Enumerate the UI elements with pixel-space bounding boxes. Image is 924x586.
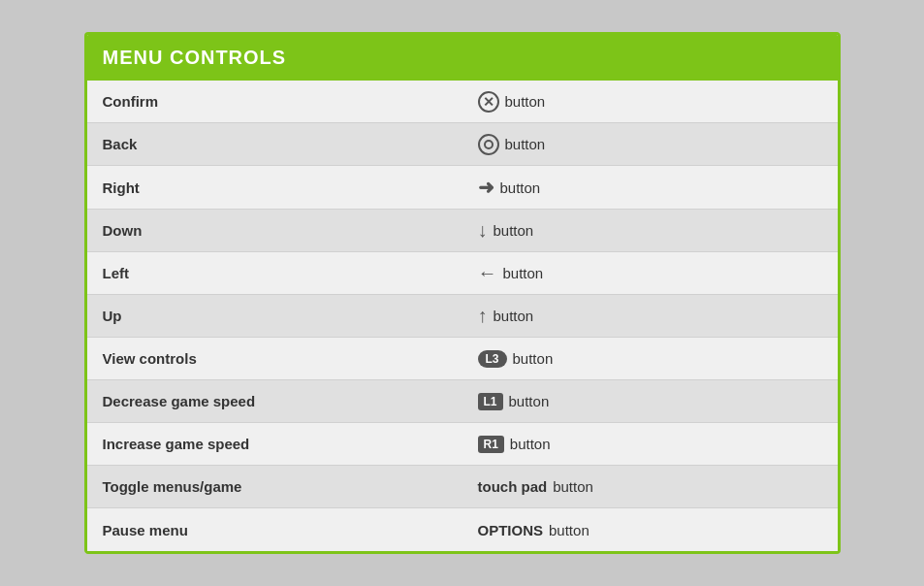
row-value: L1button: [462, 383, 838, 420]
button-text: button: [513, 350, 554, 367]
l3-badge: L3: [478, 350, 507, 368]
circle-icon: [478, 134, 499, 155]
row-value: button: [462, 124, 838, 165]
arrow-right-icon: ➜: [478, 176, 494, 199]
button-text: button: [510, 436, 551, 452]
button-text: button: [505, 136, 546, 152]
row-label: Right: [87, 170, 462, 206]
table-header: MENU CONTROLS: [87, 35, 838, 81]
cross-icon: ✕: [478, 91, 499, 113]
row-label: Decrease game speed: [87, 383, 462, 419]
table-row: Up↑button: [87, 295, 838, 338]
row-value: ↑button: [462, 295, 838, 337]
button-text: button: [549, 522, 589, 538]
button-text: button: [500, 179, 541, 196]
rows-container: Confirm✕buttonBack buttonRight➜buttonDow…: [87, 81, 838, 551]
button-text: button: [509, 393, 550, 409]
table-row: Decrease game speedL1button: [87, 380, 838, 423]
row-label: Increase game speed: [87, 426, 462, 462]
row-label: Pause menu: [87, 512, 462, 548]
row-value: touch padbutton: [462, 469, 838, 505]
row-value: ↓button: [462, 210, 838, 251]
button-text: button: [503, 265, 544, 281]
row-value: ➜button: [462, 166, 838, 209]
table-row: Confirm✕button: [87, 81, 838, 123]
arrow-down-icon: ↓: [478, 219, 488, 242]
button-text: button: [505, 93, 546, 110]
touch-pad-label: touch pad: [478, 478, 548, 495]
table-row: Right➜button: [87, 166, 838, 210]
table-row: Back button: [87, 123, 838, 166]
arrow-left-icon: ←: [478, 262, 497, 284]
row-value: R1button: [462, 426, 838, 463]
table-row: View controlsL3button: [87, 338, 838, 380]
button-text: button: [553, 478, 593, 495]
table-row: Pause menuOPTIONSbutton: [87, 508, 838, 551]
row-label: Confirm: [87, 83, 462, 119]
badge-square: L1: [478, 393, 503, 410]
arrow-up-icon: ↑: [478, 305, 488, 327]
table-row: Left←button: [87, 252, 838, 295]
table-row: Increase game speedR1button: [87, 423, 838, 466]
row-label: Back: [87, 126, 462, 162]
table-row: Toggle menus/gametouch padbutton: [87, 466, 838, 508]
row-label: Down: [87, 212, 462, 248]
row-label: Toggle menus/game: [87, 469, 462, 505]
row-label: View controls: [87, 341, 462, 376]
options-label: OPTIONS: [478, 522, 544, 538]
table-row: Down↓button: [87, 210, 838, 252]
row-label: Left: [87, 255, 462, 291]
badge-square: R1: [478, 436, 504, 453]
row-value: OPTIONSbutton: [462, 512, 838, 548]
button-text: button: [494, 222, 534, 239]
menu-controls-table: MENU CONTROLS Confirm✕buttonBack buttonR…: [84, 32, 841, 554]
row-label: Up: [87, 298, 462, 334]
button-text: button: [494, 308, 534, 324]
row-value: ←button: [462, 252, 838, 294]
table-title: MENU CONTROLS: [103, 47, 287, 68]
row-value: ✕button: [462, 81, 838, 122]
row-value: L3button: [462, 341, 838, 377]
